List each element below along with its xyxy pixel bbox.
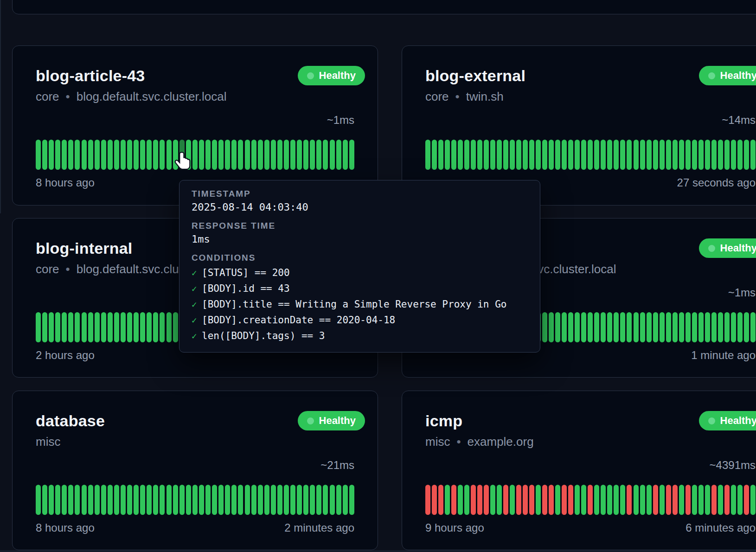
uptime-bar[interactable] — [49, 485, 54, 515]
uptime-bar[interactable] — [336, 485, 341, 515]
uptime-bar[interactable] — [303, 140, 308, 170]
uptime-bar[interactable] — [471, 485, 476, 515]
uptime-bar[interactable] — [36, 312, 41, 342]
uptime-bar[interactable] — [95, 485, 100, 515]
uptime-bar[interactable] — [343, 485, 348, 515]
uptime-bar[interactable] — [653, 312, 658, 342]
uptime-bar[interactable] — [640, 312, 645, 342]
uptime-bar[interactable] — [529, 140, 534, 170]
uptime-bar[interactable] — [594, 485, 599, 515]
uptime-bar[interactable] — [698, 140, 704, 170]
uptime-bar[interactable] — [581, 312, 586, 342]
uptime-bar[interactable] — [336, 140, 341, 170]
uptime-bar[interactable] — [108, 312, 113, 342]
uptime-bar[interactable] — [679, 140, 684, 170]
uptime-bar[interactable] — [75, 485, 80, 515]
uptime-bar[interactable] — [549, 312, 554, 342]
uptime-bar[interactable] — [245, 485, 250, 515]
uptime-bar[interactable] — [627, 312, 632, 342]
uptime-bar[interactable] — [536, 485, 541, 515]
uptime-bar[interactable] — [284, 485, 289, 515]
uptime-bar[interactable] — [95, 140, 100, 170]
uptime-bar[interactable] — [108, 140, 113, 170]
uptime-bar[interactable] — [68, 140, 73, 170]
uptime-bar[interactable] — [88, 312, 93, 342]
uptime-bar[interactable] — [147, 312, 152, 342]
uptime-bar[interactable] — [68, 485, 73, 515]
uptime-bar[interactable] — [238, 140, 243, 170]
uptime-bar[interactable] — [523, 485, 528, 515]
uptime-bar[interactable] — [192, 485, 198, 515]
uptime-bar[interactable] — [653, 140, 658, 170]
uptime-bar[interactable] — [666, 312, 671, 342]
uptime-bar[interactable] — [458, 485, 463, 515]
uptime-bar[interactable] — [640, 140, 645, 170]
uptime-bar[interactable] — [290, 140, 295, 170]
uptime-bar[interactable] — [277, 140, 282, 170]
uptime-bar[interactable] — [101, 312, 106, 342]
uptime-bar[interactable] — [121, 485, 126, 515]
uptime-bar[interactable] — [445, 140, 450, 170]
uptime-bar[interactable] — [750, 485, 756, 515]
uptime-bar[interactable] — [711, 140, 717, 170]
uptime-bar[interactable] — [231, 140, 237, 170]
uptime-bar[interactable] — [568, 312, 573, 342]
uptime-bar[interactable] — [140, 485, 145, 515]
uptime-bar[interactable] — [251, 485, 256, 515]
uptime-bar[interactable] — [42, 140, 47, 170]
uptime-bar-strip[interactable] — [425, 485, 756, 515]
uptime-bar[interactable] — [75, 140, 80, 170]
uptime-bar[interactable] — [127, 312, 132, 342]
uptime-bar[interactable] — [542, 140, 547, 170]
uptime-bar[interactable] — [310, 485, 315, 515]
uptime-bar[interactable] — [186, 485, 191, 515]
uptime-bar[interactable] — [634, 485, 639, 515]
uptime-bar[interactable] — [451, 485, 456, 515]
uptime-bar[interactable] — [425, 485, 430, 515]
uptime-bar[interactable] — [290, 485, 295, 515]
uptime-bar[interactable] — [160, 485, 165, 515]
uptime-bar[interactable] — [718, 312, 723, 342]
uptime-bar[interactable] — [660, 312, 665, 342]
uptime-bar[interactable] — [484, 140, 489, 170]
uptime-bar[interactable] — [225, 485, 230, 515]
uptime-bar[interactable] — [192, 140, 198, 170]
uptime-bar[interactable] — [160, 140, 165, 170]
uptime-bar[interactable] — [62, 485, 67, 515]
uptime-bar[interactable] — [82, 485, 87, 515]
uptime-bar[interactable] — [36, 140, 41, 170]
uptime-bar[interactable] — [737, 140, 743, 170]
uptime-bar[interactable] — [575, 312, 580, 342]
uptime-bar[interactable] — [218, 485, 224, 515]
uptime-bar[interactable] — [323, 485, 328, 515]
uptime-bar[interactable] — [601, 485, 606, 515]
uptime-bar[interactable] — [68, 312, 73, 342]
uptime-bar[interactable] — [627, 485, 632, 515]
uptime-bar[interactable] — [114, 485, 119, 515]
uptime-bar[interactable] — [588, 312, 593, 342]
uptime-bar[interactable] — [555, 485, 560, 515]
uptime-bar[interactable] — [179, 485, 185, 515]
uptime-bar[interactable] — [82, 140, 87, 170]
uptime-bar[interactable] — [640, 485, 645, 515]
uptime-bar[interactable] — [49, 312, 54, 342]
uptime-bar[interactable] — [601, 312, 606, 342]
uptime-bar[interactable] — [75, 312, 80, 342]
uptime-bar[interactable] — [160, 312, 165, 342]
uptime-bar[interactable] — [718, 485, 723, 515]
uptime-bar[interactable] — [458, 140, 463, 170]
uptime-bar[interactable] — [277, 485, 282, 515]
uptime-bar[interactable] — [692, 485, 697, 515]
uptime-bar[interactable] — [477, 140, 482, 170]
uptime-bar[interactable] — [647, 312, 652, 342]
uptime-bar[interactable] — [673, 140, 678, 170]
uptime-bar[interactable] — [264, 140, 269, 170]
uptime-bar[interactable] — [698, 485, 704, 515]
uptime-bar[interactable] — [555, 140, 560, 170]
uptime-bar[interactable] — [607, 312, 612, 342]
uptime-bar[interactable] — [153, 312, 158, 342]
uptime-bar[interactable] — [323, 140, 328, 170]
uptime-bar[interactable] — [303, 485, 308, 515]
uptime-bar[interactable] — [581, 485, 586, 515]
uptime-bar[interactable] — [212, 485, 217, 515]
